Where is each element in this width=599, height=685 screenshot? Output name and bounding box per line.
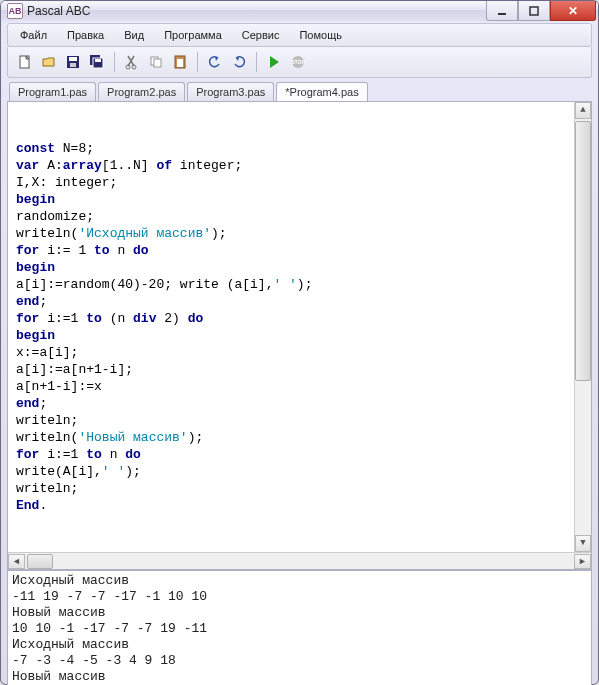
stop-icon: STOP <box>290 54 306 70</box>
paste-icon <box>172 54 188 70</box>
code-line: begin <box>16 259 583 276</box>
code-line: writeln('Новый массив'); <box>16 429 583 446</box>
code-line: a[n+1-i]:=x <box>16 378 583 395</box>
tab-program3[interactable]: Program3.pas <box>187 82 274 101</box>
tabstrip: Program1.pas Program2.pas Program3.pas *… <box>7 82 592 101</box>
svg-rect-12 <box>154 59 161 67</box>
maximize-button[interactable] <box>518 1 550 21</box>
code-line: a[i]:=random(40)-20; write (a[i],' '); <box>16 276 583 293</box>
undo-button[interactable] <box>204 51 226 73</box>
code-line: writeln; <box>16 480 583 497</box>
code-line: writeln; <box>16 412 583 429</box>
svg-rect-5 <box>70 63 76 67</box>
tab-program1[interactable]: Program1.pas <box>9 82 96 101</box>
menu-view[interactable]: Вид <box>116 27 152 43</box>
minimize-icon <box>497 6 507 16</box>
menu-help[interactable]: Помощь <box>291 27 350 43</box>
scroll-down-icon[interactable]: ▼ <box>575 535 591 552</box>
code-line: End. <box>16 497 583 514</box>
toolbar-separator <box>114 52 115 72</box>
app-window: AB Pascal ABC ✕ Файл Правка Вид Программ… <box>0 0 599 685</box>
menu-service[interactable]: Сервис <box>234 27 288 43</box>
code-line: for i:=1 to n do <box>16 446 583 463</box>
code-line: end; <box>16 293 583 310</box>
run-button[interactable] <box>263 51 285 73</box>
scroll-right-icon[interactable]: ► <box>574 554 591 569</box>
code-line: a[i]:=a[n+1-i]; <box>16 361 583 378</box>
run-icon <box>266 54 282 70</box>
scroll-up-icon[interactable]: ▲ <box>575 102 591 119</box>
scroll-left-icon[interactable]: ◄ <box>8 554 25 569</box>
save-icon <box>65 54 81 70</box>
new-button[interactable] <box>14 51 36 73</box>
horizontal-scrollbar[interactable]: ◄ ► <box>8 552 591 569</box>
save-button[interactable] <box>62 51 84 73</box>
window-controls: ✕ <box>486 1 596 21</box>
app-icon: AB <box>7 3 23 19</box>
open-button[interactable] <box>38 51 60 73</box>
svg-text:STOP: STOP <box>291 59 305 65</box>
code-line: end; <box>16 395 583 412</box>
redo-button[interactable] <box>228 51 250 73</box>
svg-rect-14 <box>177 59 183 67</box>
code-line: randomize; <box>16 208 583 225</box>
open-folder-icon <box>41 54 57 70</box>
saveall-icon <box>89 54 105 70</box>
code-line: for i:=1 to (n div 2) do <box>16 310 583 327</box>
titlebar: AB Pascal ABC ✕ <box>1 1 598 21</box>
toolbar: STOP <box>7 47 592 78</box>
code-line: begin <box>16 191 583 208</box>
close-icon: ✕ <box>568 4 578 18</box>
menu-program[interactable]: Программа <box>156 27 230 43</box>
window-title: Pascal ABC <box>27 4 90 18</box>
code-editor[interactable]: const N=8;var A:array[1..N] of integer;I… <box>8 102 591 552</box>
code-line: for i:= 1 to n do <box>16 242 583 259</box>
cut-icon <box>124 54 140 70</box>
code-line: I,X: integer; <box>16 174 583 191</box>
svg-rect-0 <box>498 13 506 15</box>
redo-icon <box>231 54 247 70</box>
stop-button[interactable]: STOP <box>287 51 309 73</box>
close-button[interactable]: ✕ <box>550 1 596 21</box>
svg-rect-8 <box>95 59 101 62</box>
tab-program2[interactable]: Program2.pas <box>98 82 185 101</box>
output-console[interactable]: Исходный массив -11 19 -7 -7 -17 -1 10 1… <box>8 571 591 685</box>
copy-button[interactable] <box>145 51 167 73</box>
scroll-thumb-h[interactable] <box>27 554 53 569</box>
code-line: var A:array[1..N] of integer; <box>16 157 583 174</box>
menubar: Файл Правка Вид Программа Сервис Помощь <box>7 23 592 47</box>
scroll-thumb[interactable] <box>575 121 591 381</box>
menu-edit[interactable]: Правка <box>59 27 112 43</box>
menu-file[interactable]: Файл <box>12 27 55 43</box>
maximize-icon <box>529 6 539 16</box>
cut-button[interactable] <box>121 51 143 73</box>
code-line: begin <box>16 327 583 344</box>
new-file-icon <box>17 54 33 70</box>
toolbar-separator <box>256 52 257 72</box>
code-line: const N=8; <box>16 140 583 157</box>
saveall-button[interactable] <box>86 51 108 73</box>
vertical-scrollbar[interactable]: ▲ ▼ <box>574 102 591 552</box>
editor-pane: const N=8;var A:array[1..N] of integer;I… <box>7 101 592 570</box>
code-line: write(A[i],' '); <box>16 463 583 480</box>
paste-button[interactable] <box>169 51 191 73</box>
svg-rect-1 <box>530 7 538 15</box>
output-pane: Исходный массив -11 19 -7 -7 -17 -1 10 1… <box>7 570 592 685</box>
undo-icon <box>207 54 223 70</box>
svg-rect-4 <box>69 57 77 61</box>
copy-icon <box>148 54 164 70</box>
code-line: writeln('Исходный массив'); <box>16 225 583 242</box>
toolbar-separator <box>197 52 198 72</box>
tab-program4[interactable]: *Program4.pas <box>276 82 367 101</box>
code-line: x:=a[i]; <box>16 344 583 361</box>
minimize-button[interactable] <box>486 1 518 21</box>
